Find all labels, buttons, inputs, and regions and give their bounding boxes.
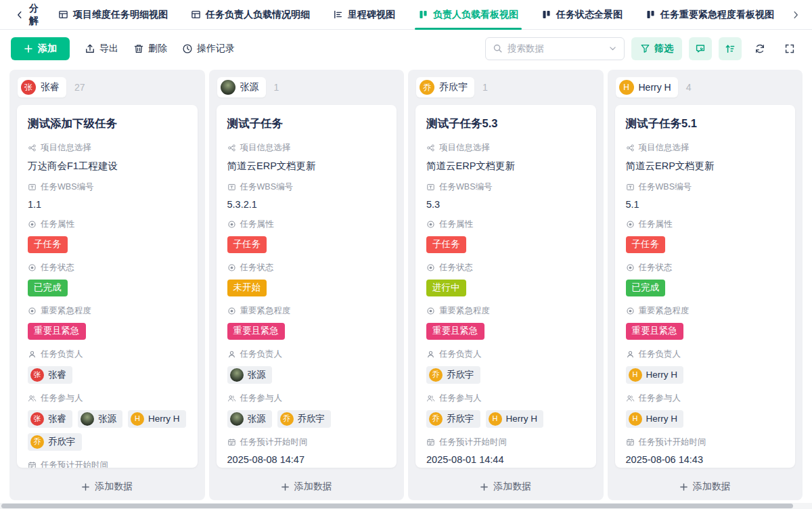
avatar: H [489,412,502,426]
member-chip: HHerry H [128,410,186,428]
add-data-button[interactable]: 添加数据 [408,473,604,500]
tab-5[interactable]: 任务状态全景图 [530,0,634,29]
member-chips: 张源乔乔欣宇 [227,410,386,428]
radio-icon [28,220,37,229]
export-button[interactable]: 导出 [85,43,118,55]
card-title: 测试添加下级任务 [28,116,187,131]
column-user-pill[interactable]: 张源 [217,77,266,97]
tab-6[interactable]: 任务重要紧急程度看板视图 [634,0,786,29]
field-label: 项目信息选择 [227,142,386,154]
card-field: 任务预计开始时间2025-08-12 10:15 [28,460,187,468]
calendar-icon [426,438,435,447]
refresh-button[interactable] [748,37,771,60]
card-field: 任务参与人HHerry H [626,393,785,428]
column-user-pill[interactable]: 张张睿 [18,77,66,97]
view-tabs: 项目维度任务明细视图任务负责人负载情况明细里程碑视图负责人负载看板视图任务状态全… [47,0,786,29]
plus-icon [281,483,290,491]
tab-label: 任务状态全景图 [556,9,623,21]
card-field: 项目信息选择万达商会F1工程建设 [28,142,187,173]
table-icon [58,9,68,20]
avatar: 乔 [280,412,294,426]
card-field: 任务属性子任务 [28,219,187,253]
status-badge: 重要且紧急 [227,323,286,340]
member-chip: HHerry H [626,366,684,384]
field-label: 项目信息选择 [28,142,187,154]
avatar: 乔 [30,435,44,449]
tab-2[interactable]: 任务负责人负载情况明细 [179,0,321,29]
tab-4-active[interactable]: 负责人负载看板视图 [407,0,530,29]
task-card[interactable]: 测试子任务5.1 项目信息选择简道云ERP文档更新 任务WBS编号5.1 任务属… [615,105,796,468]
tabs-scroll-right-button[interactable] [786,10,806,20]
column-count: 1 [274,82,279,93]
column-count: 1 [482,82,488,93]
field-label: 任务预计开始时间 [28,460,187,468]
tab-label: 任务重要紧急程度看板视图 [660,9,774,21]
avatar: H [131,412,144,426]
add-data-button[interactable]: 添加数据 [608,473,803,500]
comment-settings-button[interactable] [689,37,712,60]
member-name: 乔欣宇 [298,413,325,425]
horizontal-scrollbar[interactable] [0,503,812,509]
toolbar: 添加 导出 删除 操作记录 筛选 [0,30,812,67]
operation-log-button[interactable]: 操作记录 [182,43,235,55]
member-chips: 张张睿张源HHerry H乔乔欣宇 [28,410,187,451]
card-field: 任务WBS编号5.3 [426,181,585,210]
card-title: 测试子任务5.1 [626,116,785,131]
relation-icon [28,143,37,152]
column-user-pill[interactable]: 乔乔欣宇 [416,77,474,97]
column-user-pill[interactable]: HHerry H [616,77,678,97]
delete-label: 删除 [148,43,167,55]
plus-icon [480,483,489,491]
sort-icon [725,43,736,54]
add-button[interactable]: 添加 [11,37,70,60]
radio-icon [626,263,635,272]
filter-button[interactable]: 筛选 [631,37,682,60]
field-value: 简道云ERP文档更新 [626,160,785,173]
text-field-icon [28,183,37,192]
scrollbar-thumb[interactable] [1,504,793,508]
column-user-name: 张睿 [41,81,60,93]
member-chip: 张源 [78,410,122,428]
card-field: 任务预计开始时间2025-08-01 14:44 [426,437,585,465]
card-field: 任务预计开始时间2025-08-08 14:47 [227,437,386,465]
field-value: 2025-08-08 14:47 [227,454,386,465]
task-card[interactable]: 测试子任务5.3 项目信息选择简道云ERP文档更新 任务WBS编号5.3 任务属… [415,105,596,468]
filter-label: 筛选 [654,43,673,55]
search-box [485,37,625,60]
member-chip: 乔乔欣宇 [426,410,480,428]
field-label: 重要紧急程度 [426,305,585,317]
field-label: 任务WBS编号 [28,181,187,193]
sort-settings-button[interactable] [719,37,742,60]
member-name: 张睿 [48,413,66,425]
add-data-button[interactable]: 添加数据 [209,473,405,500]
delete-button[interactable]: 删除 [133,43,167,55]
text-field-icon [426,183,435,192]
card-field: 任务WBS编号5.1 [626,181,785,210]
tab-3[interactable]: 里程碑视图 [321,0,407,29]
member-name: Herry H [148,414,180,424]
text-field-icon [227,183,236,192]
card-field: 任务WBS编号5.3.2.1 [227,181,386,210]
field-label: 任务WBS编号 [426,181,585,193]
user-icon [626,350,635,359]
radio-icon [626,220,635,229]
field-label: 任务属性 [227,219,386,230]
field-label: 任务负责人 [626,349,785,360]
column-count: 27 [74,82,85,93]
column-user-name: Herry H [639,82,671,93]
back-button[interactable]: 分解 [7,0,47,29]
search-input[interactable] [508,43,604,53]
relation-icon [227,143,236,152]
card-field: 项目信息选择简道云ERP文档更新 [227,142,386,173]
task-card[interactable]: 测试添加下级任务 项目信息选择万达商会F1工程建设 任务WBS编号1.1 任务属… [17,105,198,468]
field-label: 任务WBS编号 [626,181,785,193]
task-card[interactable]: 测试子任务 项目信息选择简道云ERP文档更新 任务WBS编号5.3.2.1 任务… [217,105,397,468]
add-data-button[interactable]: 添加数据 [9,473,205,500]
member-chip: HHerry H [626,410,684,428]
add-data-label: 添加数据 [493,481,531,493]
tab-1[interactable]: 项目维度任务明细视图 [47,0,179,29]
fullscreen-button[interactable] [778,37,801,60]
kanban-icon [418,9,428,20]
avatar-photo [221,80,235,95]
field-label: 项目信息选择 [426,142,585,154]
